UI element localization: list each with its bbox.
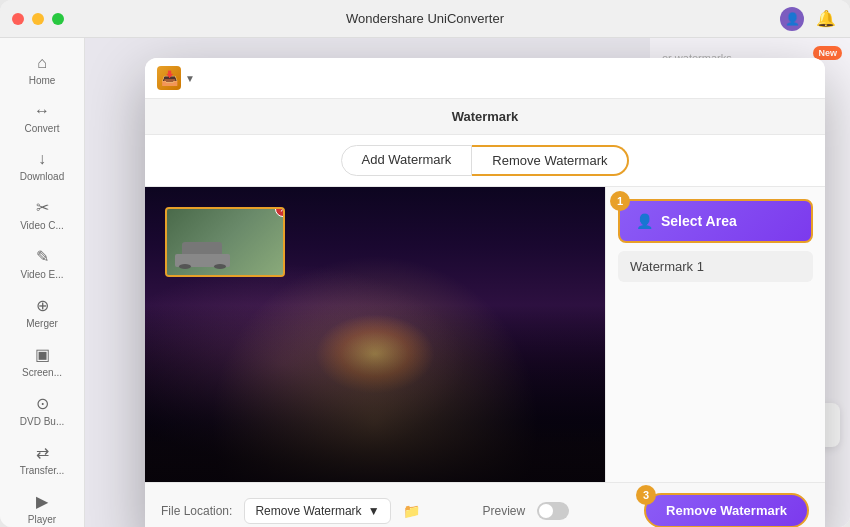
maximize-button[interactable] (52, 13, 64, 25)
sidebar-label-player: Player (28, 514, 56, 525)
sidebar-item-convert[interactable]: ↔ Convert (0, 94, 84, 142)
video-area: 2 (145, 187, 605, 482)
sidebar-label-home: Home (29, 75, 56, 86)
person-icon: 👤 (636, 213, 653, 229)
close-button[interactable] (12, 13, 24, 25)
sidebar-item-dvd[interactable]: ⊙ DVD Bu... (0, 386, 84, 435)
watermark-item-label: Watermark 1 (630, 259, 704, 274)
sidebar-item-home[interactable]: ⌂ Home (0, 46, 84, 94)
tab-remove-watermark[interactable]: Remove Watermark (472, 145, 629, 176)
dialog-tabs: Add Watermark Remove Watermark (145, 135, 825, 187)
thumbnail-overlay[interactable]: 2 (165, 207, 285, 277)
dialog-title: Watermark (452, 109, 519, 124)
folder-browse-icon[interactable]: 📁 (403, 503, 420, 519)
step-1-badge: 1 (610, 191, 630, 211)
sidebar-label-screen: Screen... (22, 367, 62, 378)
sidebar-item-videoe[interactable]: ✎ Video E... (0, 239, 84, 288)
dialog-toolbar: 📥 ▼ (145, 58, 825, 99)
preview-toggle[interactable] (537, 502, 569, 520)
preview-label: Preview (482, 504, 525, 518)
transfer-icon: ⇄ (36, 443, 49, 462)
title-bar-right: 👤 🔔 (780, 7, 838, 31)
sidebar-item-transfer[interactable]: ⇄ Transfer... (0, 435, 84, 484)
file-location-value: Remove Watermark (255, 504, 361, 518)
dialog-titlebar: Watermark (145, 99, 825, 135)
content-area: New or watermarks. data metadata t and v… (85, 38, 850, 527)
select-area-label: Select Area (661, 213, 737, 229)
sidebar-label-download: Download (20, 171, 64, 182)
sidebar-item-player[interactable]: ▶ Player (0, 484, 84, 527)
sidebar: ⌂ Home ↔ Convert ↓ Download ✂ Video C...… (0, 38, 85, 527)
sidebar-item-videoc[interactable]: ✂ Video C... (0, 190, 84, 239)
toolbar-logo-arrow: ▼ (185, 73, 195, 84)
file-location-select[interactable]: Remove Watermark ▼ (244, 498, 390, 524)
watermark-dialog: 📥 ▼ Watermark Add Watermark Remove Water… (145, 58, 825, 527)
sidebar-item-download[interactable]: ↓ Download (0, 142, 84, 190)
sidebar-label-convert: Convert (24, 123, 59, 134)
player-icon: ▶ (36, 492, 48, 511)
sidebar-label-dvd: DVD Bu... (20, 416, 64, 427)
step-3-badge: 3 (636, 485, 656, 505)
window-controls (12, 13, 64, 25)
remove-watermark-button[interactable]: 3 Remove Watermark (644, 493, 809, 527)
sidebar-item-screen[interactable]: ▣ Screen... (0, 337, 84, 386)
logo-icon: 📥 (157, 66, 181, 90)
download-icon: ↓ (38, 150, 46, 168)
merger-icon: ⊕ (36, 296, 49, 315)
sidebar-label-merger: Merger (26, 318, 58, 329)
videoc-icon: ✂ (36, 198, 49, 217)
watermark-list-item[interactable]: Watermark 1 (618, 251, 813, 282)
file-location-label: File Location: (161, 504, 232, 518)
notification-bell[interactable]: 🔔 (814, 7, 838, 31)
sidebar-label-transfer: Transfer... (20, 465, 65, 476)
screen-icon: ▣ (35, 345, 50, 364)
app-window: Wondershare UniConverter 👤 🔔 ⌂ Home ↔ Co… (0, 0, 850, 527)
tab-add-watermark[interactable]: Add Watermark (341, 145, 473, 176)
select-area-button[interactable]: 1 👤 Select Area (618, 199, 813, 243)
dialog-bottom: File Location: Remove Watermark ▼ 📁 Prev… (145, 482, 825, 527)
user-avatar[interactable]: 👤 (780, 7, 804, 31)
video-placeholder: 2 (145, 187, 605, 482)
sidebar-label-videoe: Video E... (20, 269, 63, 280)
title-bar: Wondershare UniConverter 👤 🔔 (0, 0, 850, 38)
toolbar-logo[interactable]: 📥 ▼ (157, 66, 195, 90)
tree-silhouette (145, 305, 605, 482)
new-badge: New (813, 46, 842, 60)
main-content: ⌂ Home ↔ Convert ↓ Download ✂ Video C...… (0, 38, 850, 527)
app-title: Wondershare UniConverter (346, 11, 504, 26)
convert-icon: ↔ (34, 102, 50, 120)
dialog-right-panel: 1 👤 Select Area Watermark 1 (605, 187, 825, 482)
dialog-body: 2 (145, 187, 825, 482)
minimize-button[interactable] (32, 13, 44, 25)
videoe-icon: ✎ (36, 247, 49, 266)
dvd-icon: ⊙ (36, 394, 49, 413)
dropdown-arrow-icon: ▼ (368, 504, 380, 518)
toggle-knob (539, 504, 553, 518)
sidebar-label-videoc: Video C... (20, 220, 64, 231)
sidebar-item-merger[interactable]: ⊕ Merger (0, 288, 84, 337)
remove-watermark-btn-label: Remove Watermark (666, 503, 787, 518)
home-icon: ⌂ (37, 54, 47, 72)
